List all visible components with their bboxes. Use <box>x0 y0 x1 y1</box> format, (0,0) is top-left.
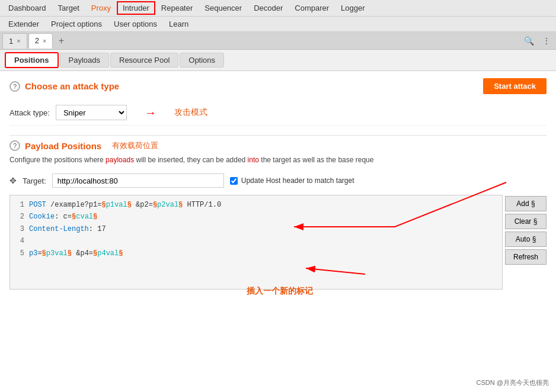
side-buttons: Add § Clear § Auto § Refresh <box>505 195 547 290</box>
update-host-checkbox[interactable] <box>230 177 238 185</box>
insert-annotation: 插入一个新的标记 <box>9 286 547 297</box>
add-tab-button[interactable]: + <box>54 34 68 48</box>
menu-comparer[interactable]: Comparer <box>289 1 335 15</box>
tab-1[interactable]: 1 × <box>2 33 27 49</box>
tab-positions[interactable]: Positions <box>5 52 59 68</box>
menu-intruder[interactable]: Intruder <box>117 1 155 15</box>
clear-marker-button[interactable]: Clear § <box>505 214 547 229</box>
tab-bar: 1 × 2 × + 🔍 ⋮ <box>0 32 556 50</box>
move-icon: ✥ <box>9 176 17 185</box>
attack-type-label: Attack type: <box>9 108 50 117</box>
editor-area-wrapper: 1 POST /example?p1=§p1val§ &p2=§p2val§ H… <box>9 195 547 290</box>
menu-bar: Dashboard Target Proxy Intruder Repeater… <box>0 0 556 17</box>
attack-type-select[interactable]: Sniper Battering ram Pitchfork Cluster b… <box>56 105 127 120</box>
menu-user-options[interactable]: User options <box>108 18 163 30</box>
menu-learn[interactable]: Learn <box>163 18 194 30</box>
target-row: ✥ Target: Update Host header to match ta… <box>9 171 547 190</box>
tab-options[interactable]: Options <box>180 53 224 68</box>
code-editor[interactable]: 1 POST /example?p1=§p1val§ &p2=§p2val§ H… <box>9 195 503 290</box>
tab-2[interactable]: 2 × <box>28 33 53 49</box>
payload-description: Configure the positions where payloads w… <box>9 155 547 165</box>
menu-proxy[interactable]: Proxy <box>85 1 117 15</box>
menu-project-options[interactable]: Project options <box>45 18 108 30</box>
attack-type-help-icon[interactable]: ? <box>9 81 20 92</box>
payload-positions-title: Payload Positions <box>25 141 101 151</box>
watermark: CSDN @月亮今天也很亮 <box>477 378 549 387</box>
insert-annotation-text: 插入一个新的标记 <box>247 286 313 295</box>
target-label: Target: <box>23 176 46 185</box>
auto-marker-button[interactable]: Auto § <box>505 232 547 247</box>
menu-sequencer[interactable]: Sequencer <box>199 1 248 15</box>
refresh-button[interactable]: Refresh <box>505 249 547 265</box>
menu-bar2: Extender Project options User options Le… <box>0 17 556 32</box>
code-line-5: 5 p3=§p3val§ &p4=§p4val§ <box>15 248 497 259</box>
payload-help-icon[interactable]: ? <box>9 140 20 151</box>
attack-type-select-wrapper: Sniper Battering ram Pitchfork Cluster b… <box>56 105 547 120</box>
add-marker-button[interactable]: Add § <box>505 196 547 211</box>
tab-1-label: 1 <box>9 37 13 46</box>
update-host-label: Update Host header to match target <box>241 176 354 185</box>
target-input[interactable] <box>52 173 224 188</box>
attack-mode-chinese-label: 攻击模式 <box>174 107 207 118</box>
menu-decoder[interactable]: Decoder <box>248 1 289 15</box>
menu-repeater[interactable]: Repeater <box>155 1 199 15</box>
search-icon[interactable]: 🔍 <box>522 34 536 48</box>
attack-type-section-header: ? Choose an attack type Start attack <box>9 78 547 94</box>
payload-positions-title-cn: 有效载荷位置 <box>112 140 158 151</box>
attack-type-row: Attack type: Sniper Battering ram Pitchf… <box>9 100 547 126</box>
attack-type-title: Choose an attack type <box>25 81 119 91</box>
divider1 <box>9 135 547 136</box>
tab-bar-right: 🔍 ⋮ <box>522 34 554 48</box>
code-line-3: 3 Content-Length: 17 <box>15 223 497 235</box>
tab-2-close[interactable]: × <box>43 37 46 44</box>
code-line-2: 2 Cookie: c=§cval§ <box>15 211 497 223</box>
sub-tab-bar: Positions Payloads Resource Pool Options <box>0 50 556 71</box>
tab-resource-pool[interactable]: Resource Pool <box>110 53 178 68</box>
start-attack-button[interactable]: Start attack <box>483 78 547 94</box>
code-line-4: 4 <box>15 235 497 247</box>
tab-2-label: 2 <box>35 36 39 45</box>
more-options-icon[interactable]: ⋮ <box>539 34 554 48</box>
main-content: ? Choose an attack type Start attack Att… <box>0 71 556 392</box>
annotation-area: 插入一个新的标记 <box>9 286 547 297</box>
menu-logger[interactable]: Logger <box>335 1 370 15</box>
payload-section: ? Payload Positions 有效载荷位置 Configure the… <box>9 140 547 297</box>
payload-header: ? Payload Positions 有效载荷位置 <box>9 140 547 151</box>
update-host-row: Update Host header to match target <box>230 176 354 185</box>
menu-extender[interactable]: Extender <box>2 18 45 30</box>
tab-payloads[interactable]: Payloads <box>60 53 109 68</box>
menu-target[interactable]: Target <box>52 1 85 15</box>
code-line-1: 1 POST /example?p1=§p1val§ &p2=§p2val§ H… <box>15 199 497 211</box>
menu-dashboard[interactable]: Dashboard <box>2 1 52 15</box>
tab-1-close[interactable]: × <box>17 37 20 44</box>
